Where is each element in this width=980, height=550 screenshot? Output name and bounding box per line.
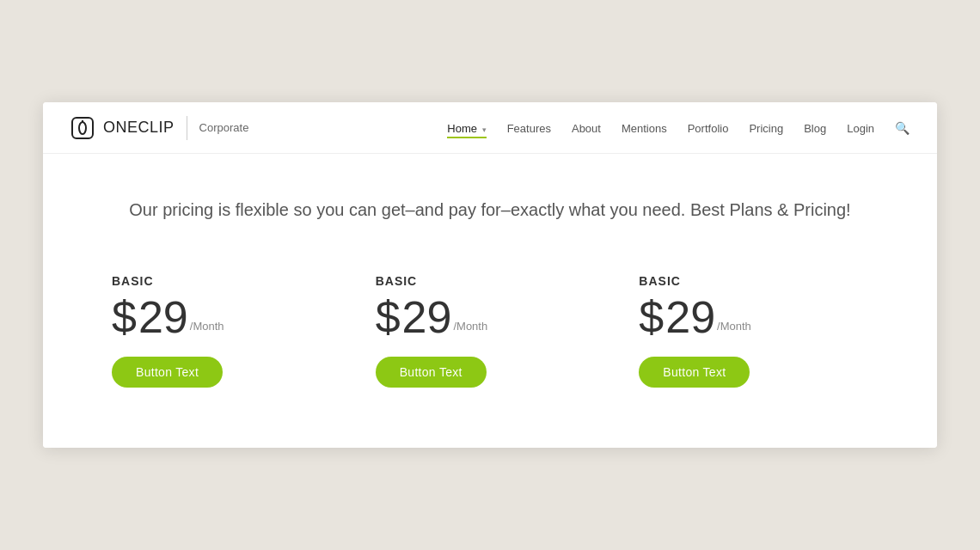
pricing-card-3: BASIC $ 29 /Month Button Text xyxy=(639,266,868,396)
logo-icon xyxy=(70,116,95,140)
nav-link-features[interactable]: Features xyxy=(507,122,551,135)
logo-part1: ONE xyxy=(103,119,138,136)
svg-point-1 xyxy=(79,122,86,134)
main-window: ONECLIP Corporate Home ▾ Features About … xyxy=(43,102,937,448)
nav-link-blog[interactable]: Blog xyxy=(804,122,826,135)
nav-item-pricing[interactable]: Pricing xyxy=(749,120,783,136)
pricing-card-1: BASIC $ 29 /Month Button Text xyxy=(112,266,341,396)
nav-label-home: Home xyxy=(447,122,477,135)
price-currency-2: $ xyxy=(376,295,401,339)
nav-item-home[interactable]: Home ▾ xyxy=(447,120,486,136)
main-content: Our pricing is flexible so you can get–a… xyxy=(43,154,937,448)
nav-link-login[interactable]: Login xyxy=(847,122,874,135)
nav-item-mentions[interactable]: Mentions xyxy=(622,120,667,136)
nav-item-portfolio[interactable]: Portfolio xyxy=(688,120,729,136)
tagline-text: Our pricing is flexible so you can get–a… xyxy=(112,197,868,223)
nav-item-login[interactable]: Login xyxy=(847,120,874,136)
logo-text: ONECLIP xyxy=(103,119,175,137)
price-currency-1: $ xyxy=(112,295,137,339)
price-block-1: $ 29 /Month xyxy=(112,295,341,339)
price-amount-1: 29 xyxy=(138,295,188,339)
pricing-card-2: BASIC $ 29 /Month Button Text xyxy=(376,266,605,396)
nav-link-pricing[interactable]: Pricing xyxy=(749,122,783,135)
nav-item-features[interactable]: Features xyxy=(507,120,551,136)
price-block-2: $ 29 /Month xyxy=(376,295,605,339)
chevron-down-icon: ▾ xyxy=(482,125,487,134)
price-period-3: /Month xyxy=(717,320,751,333)
price-block-3: $ 29 /Month xyxy=(639,295,868,339)
logo-area: ONECLIP xyxy=(70,116,175,140)
site-type-label: Corporate xyxy=(199,121,249,134)
logo-part2: CLIP xyxy=(138,119,175,136)
plan-name-3: BASIC xyxy=(639,274,868,288)
nav-item-about[interactable]: About xyxy=(572,120,601,136)
plan-name-2: BASIC xyxy=(376,274,605,288)
nav-link-about[interactable]: About xyxy=(572,122,601,135)
pricing-row: BASIC $ 29 /Month Button Text BASIC $ 29… xyxy=(112,266,868,396)
plan-button-3[interactable]: Button Text xyxy=(639,357,750,388)
nav-item-search[interactable]: 🔍 xyxy=(895,120,910,136)
search-icon[interactable]: 🔍 xyxy=(895,121,910,135)
plan-button-1[interactable]: Button Text xyxy=(112,357,223,388)
nav-link-home[interactable]: Home ▾ xyxy=(447,122,486,138)
price-currency-3: $ xyxy=(639,295,664,339)
navbar: ONECLIP Corporate Home ▾ Features About … xyxy=(43,102,937,154)
price-amount-2: 29 xyxy=(402,295,452,339)
price-period-1: /Month xyxy=(190,320,224,333)
plan-name-1: BASIC xyxy=(112,274,341,288)
price-amount-3: 29 xyxy=(665,295,715,339)
nav-item-blog[interactable]: Blog xyxy=(804,120,826,136)
nav-divider xyxy=(187,116,187,140)
price-period-2: /Month xyxy=(453,320,487,333)
nav-link-mentions[interactable]: Mentions xyxy=(622,122,667,135)
nav-links: Home ▾ Features About Mentions Portfolio… xyxy=(447,120,910,136)
nav-link-portfolio[interactable]: Portfolio xyxy=(688,122,729,135)
plan-button-2[interactable]: Button Text xyxy=(376,357,487,388)
